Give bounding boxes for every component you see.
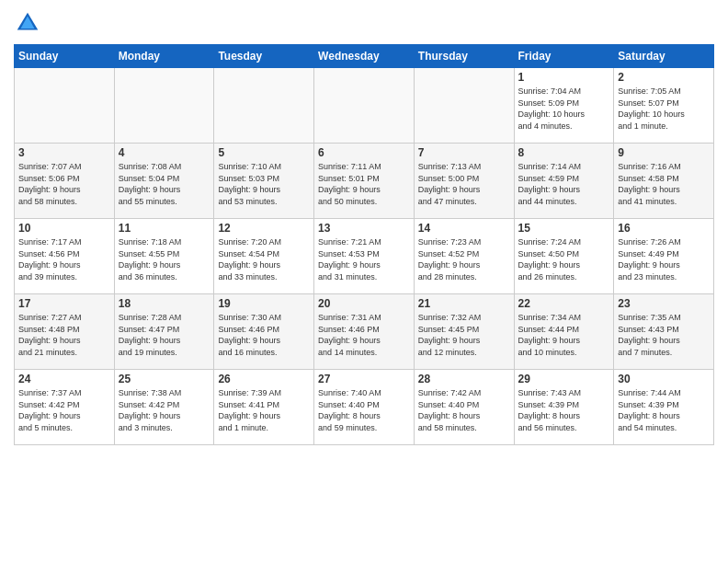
day-number: 15 — [518, 222, 610, 235]
day-info: Sunrise: 7:35 AM Sunset: 4:43 PM Dayligh… — [618, 312, 710, 358]
day-info: Sunrise: 7:39 AM Sunset: 4:41 PM Dayligh… — [218, 387, 310, 433]
calendar: SundayMondayTuesdayWednesdayThursdayFrid… — [14, 44, 714, 445]
weekday-header-friday: Friday — [514, 45, 614, 68]
day-info: Sunrise: 7:13 AM Sunset: 5:00 PM Dayligh… — [418, 161, 510, 207]
day-number: 16 — [618, 222, 710, 235]
logo-icon — [14, 9, 41, 37]
calendar-cell — [414, 68, 514, 144]
day-number: 30 — [618, 373, 710, 385]
day-number: 24 — [18, 373, 110, 385]
logo — [14, 9, 45, 37]
day-number: 9 — [618, 146, 710, 159]
calendar-cell: 20Sunrise: 7:31 AM Sunset: 4:46 PM Dayli… — [314, 294, 415, 370]
day-number: 12 — [218, 222, 310, 235]
day-info: Sunrise: 7:18 AM Sunset: 4:55 PM Dayligh… — [119, 236, 210, 282]
day-number: 10 — [18, 222, 110, 235]
calendar-cell: 18Sunrise: 7:28 AM Sunset: 4:47 PM Dayli… — [114, 294, 214, 370]
day-info: Sunrise: 7:30 AM Sunset: 4:46 PM Dayligh… — [218, 312, 310, 358]
day-number: 6 — [318, 146, 410, 159]
calendar-cell: 23Sunrise: 7:35 AM Sunset: 4:43 PM Dayli… — [614, 294, 714, 370]
day-number: 26 — [218, 373, 310, 385]
weekday-header-monday: Monday — [114, 45, 214, 68]
calendar-cell: 7Sunrise: 7:13 AM Sunset: 5:00 PM Daylig… — [414, 144, 514, 219]
calendar-cell: 16Sunrise: 7:26 AM Sunset: 4:49 PM Dayli… — [614, 219, 714, 294]
day-info: Sunrise: 7:27 AM Sunset: 4:48 PM Dayligh… — [18, 312, 110, 358]
day-info: Sunrise: 7:40 AM Sunset: 4:40 PM Dayligh… — [318, 387, 410, 433]
day-number: 13 — [318, 222, 410, 235]
calendar-cell: 27Sunrise: 7:40 AM Sunset: 4:40 PM Dayli… — [314, 370, 415, 445]
calendar-cell: 4Sunrise: 7:08 AM Sunset: 5:04 PM Daylig… — [114, 144, 214, 219]
day-info: Sunrise: 7:04 AM Sunset: 5:09 PM Dayligh… — [518, 86, 610, 132]
week-row-2: 3Sunrise: 7:07 AM Sunset: 5:06 PM Daylig… — [15, 144, 714, 219]
day-info: Sunrise: 7:43 AM Sunset: 4:39 PM Dayligh… — [518, 387, 610, 433]
day-number: 3 — [18, 146, 110, 159]
day-number: 18 — [119, 297, 210, 310]
day-info: Sunrise: 7:07 AM Sunset: 5:06 PM Dayligh… — [18, 161, 110, 207]
weekday-header-wednesday: Wednesday — [314, 45, 415, 68]
day-number: 20 — [318, 297, 410, 310]
calendar-cell: 17Sunrise: 7:27 AM Sunset: 4:48 PM Dayli… — [15, 294, 115, 370]
weekday-header-sunday: Sunday — [15, 45, 115, 68]
day-number: 2 — [618, 71, 710, 84]
calendar-cell: 6Sunrise: 7:11 AM Sunset: 5:01 PM Daylig… — [314, 144, 415, 219]
day-info: Sunrise: 7:16 AM Sunset: 4:58 PM Dayligh… — [618, 161, 710, 207]
day-number: 7 — [418, 146, 510, 159]
day-number: 14 — [418, 222, 510, 235]
day-info: Sunrise: 7:10 AM Sunset: 5:03 PM Dayligh… — [218, 161, 310, 207]
calendar-cell: 2Sunrise: 7:05 AM Sunset: 5:07 PM Daylig… — [614, 68, 714, 144]
calendar-cell: 14Sunrise: 7:23 AM Sunset: 4:52 PM Dayli… — [414, 219, 514, 294]
calendar-cell: 24Sunrise: 7:37 AM Sunset: 4:42 PM Dayli… — [15, 370, 115, 445]
calendar-cell: 10Sunrise: 7:17 AM Sunset: 4:56 PM Dayli… — [15, 219, 115, 294]
calendar-cell — [314, 68, 415, 144]
day-info: Sunrise: 7:37 AM Sunset: 4:42 PM Dayligh… — [18, 387, 110, 433]
page: SundayMondayTuesdayWednesdayThursdayFrid… — [0, 0, 728, 454]
calendar-cell: 9Sunrise: 7:16 AM Sunset: 4:58 PM Daylig… — [614, 144, 714, 219]
day-info: Sunrise: 7:24 AM Sunset: 4:50 PM Dayligh… — [518, 236, 610, 282]
calendar-cell: 15Sunrise: 7:24 AM Sunset: 4:50 PM Dayli… — [514, 219, 614, 294]
calendar-cell: 22Sunrise: 7:34 AM Sunset: 4:44 PM Dayli… — [514, 294, 614, 370]
day-info: Sunrise: 7:05 AM Sunset: 5:07 PM Dayligh… — [618, 86, 710, 132]
day-number: 11 — [119, 222, 210, 235]
calendar-cell — [114, 68, 214, 144]
day-number: 29 — [518, 373, 610, 385]
week-row-4: 17Sunrise: 7:27 AM Sunset: 4:48 PM Dayli… — [15, 294, 714, 370]
calendar-cell: 28Sunrise: 7:42 AM Sunset: 4:40 PM Dayli… — [414, 370, 514, 445]
day-info: Sunrise: 7:42 AM Sunset: 4:40 PM Dayligh… — [418, 387, 510, 433]
day-info: Sunrise: 7:38 AM Sunset: 4:42 PM Dayligh… — [119, 387, 210, 433]
header — [14, 9, 714, 37]
day-number: 28 — [418, 373, 510, 385]
day-number: 19 — [218, 297, 310, 310]
day-info: Sunrise: 7:14 AM Sunset: 4:59 PM Dayligh… — [518, 161, 610, 207]
day-number: 27 — [318, 373, 410, 385]
day-number: 22 — [518, 297, 610, 310]
day-number: 1 — [518, 71, 610, 84]
weekday-header-saturday: Saturday — [614, 45, 714, 68]
calendar-cell: 25Sunrise: 7:38 AM Sunset: 4:42 PM Dayli… — [114, 370, 214, 445]
calendar-cell: 19Sunrise: 7:30 AM Sunset: 4:46 PM Dayli… — [214, 294, 314, 370]
day-info: Sunrise: 7:20 AM Sunset: 4:54 PM Dayligh… — [218, 236, 310, 282]
day-number: 17 — [18, 297, 110, 310]
day-info: Sunrise: 7:34 AM Sunset: 4:44 PM Dayligh… — [518, 312, 610, 358]
day-number: 21 — [418, 297, 510, 310]
calendar-cell: 30Sunrise: 7:44 AM Sunset: 4:39 PM Dayli… — [614, 370, 714, 445]
day-info: Sunrise: 7:08 AM Sunset: 5:04 PM Dayligh… — [119, 161, 210, 207]
day-number: 25 — [119, 373, 210, 385]
calendar-cell: 3Sunrise: 7:07 AM Sunset: 5:06 PM Daylig… — [15, 144, 115, 219]
weekday-header-thursday: Thursday — [414, 45, 514, 68]
day-number: 5 — [218, 146, 310, 159]
day-info: Sunrise: 7:21 AM Sunset: 4:53 PM Dayligh… — [318, 236, 410, 282]
calendar-cell: 11Sunrise: 7:18 AM Sunset: 4:55 PM Dayli… — [114, 219, 214, 294]
day-info: Sunrise: 7:28 AM Sunset: 4:47 PM Dayligh… — [119, 312, 210, 358]
day-info: Sunrise: 7:32 AM Sunset: 4:45 PM Dayligh… — [418, 312, 510, 358]
calendar-cell: 21Sunrise: 7:32 AM Sunset: 4:45 PM Dayli… — [414, 294, 514, 370]
day-number: 4 — [119, 146, 210, 159]
calendar-cell: 12Sunrise: 7:20 AM Sunset: 4:54 PM Dayli… — [214, 219, 314, 294]
week-row-1: 1Sunrise: 7:04 AM Sunset: 5:09 PM Daylig… — [15, 68, 714, 144]
calendar-cell: 5Sunrise: 7:10 AM Sunset: 5:03 PM Daylig… — [214, 144, 314, 219]
weekday-header-row: SundayMondayTuesdayWednesdayThursdayFrid… — [15, 45, 714, 68]
day-info: Sunrise: 7:11 AM Sunset: 5:01 PM Dayligh… — [318, 161, 410, 207]
day-info: Sunrise: 7:23 AM Sunset: 4:52 PM Dayligh… — [418, 236, 510, 282]
weekday-header-tuesday: Tuesday — [214, 45, 314, 68]
calendar-cell: 13Sunrise: 7:21 AM Sunset: 4:53 PM Dayli… — [314, 219, 415, 294]
week-row-5: 24Sunrise: 7:37 AM Sunset: 4:42 PM Dayli… — [15, 370, 714, 445]
